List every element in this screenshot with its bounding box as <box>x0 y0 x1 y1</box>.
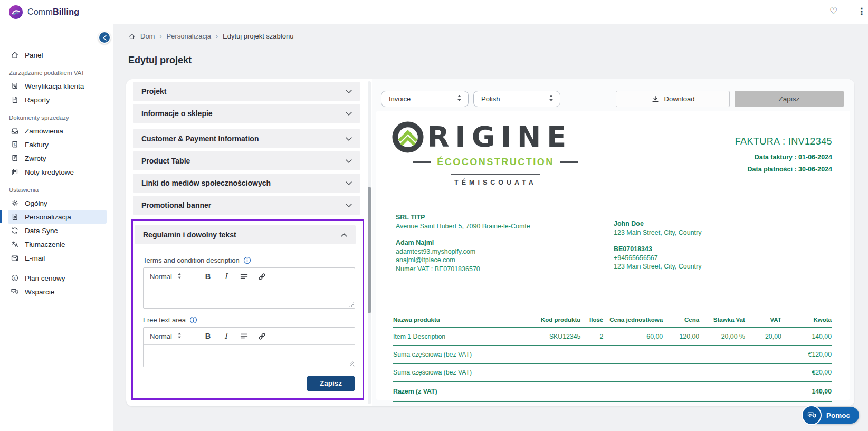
template-settings-accordion: Projekt Informacje o sklepie Customer & … <box>133 82 360 218</box>
sidebar-item-label: Raporty <box>25 96 50 104</box>
sidebar-item-label: E-mail <box>25 254 45 262</box>
logo-divider-rule <box>451 174 540 175</box>
sidebar-item-ogolny[interactable]: Ogólny <box>8 196 107 210</box>
app-logo[interactable]: CommBilling <box>8 5 79 20</box>
align-button[interactable] <box>237 270 250 283</box>
sidebar-item-plan-cenowy[interactable]: € Plan cenowy <box>8 271 107 285</box>
updown-arrows-icon <box>457 94 462 103</box>
sidebar-item-wsparcie[interactable]: Wsparcie <box>8 285 107 299</box>
sidebar-item-weryfikacja-klienta[interactable]: Weryfikacja klienta <box>8 79 107 93</box>
column-header: Stawka Vat <box>699 310 745 328</box>
sidebar-item-panel[interactable]: Panel <box>8 48 107 62</box>
help-button[interactable]: Pomoc <box>803 407 859 424</box>
cell-price: 120,00 <box>663 328 699 346</box>
accordion-section-promotional-banner[interactable]: Promotional banner <box>133 196 360 215</box>
paragraph-style-value: Normal <box>150 332 172 340</box>
preview-save-button[interactable]: Zapisz <box>735 91 844 107</box>
free-text-field-label: Free text area <box>143 316 356 324</box>
column-header: Nazwa produktu <box>393 310 530 328</box>
customer-address2: 123 Main Street, City, Country <box>614 262 702 271</box>
main-content: Dom › Personalizacja › Edytuj projekt sz… <box>113 24 868 431</box>
download-label: Download <box>664 95 695 103</box>
terms-textarea[interactable] <box>144 285 355 308</box>
sidebar-item-label: Data Sync <box>25 227 58 235</box>
breadcrumb-home[interactable]: Dom <box>140 32 155 40</box>
sidebar-item-email[interactable]: E-mail <box>8 251 107 265</box>
link-button[interactable] <box>255 270 268 283</box>
terms-field-label-text: Terms and condition description <box>143 256 240 264</box>
accordion-title: Projekt <box>141 87 166 95</box>
sidebar-item-tlumaczenie[interactable]: Tłumaczenie <box>8 237 107 251</box>
origine-logo: RIGINE ÉCOCONSTRUCTION TÉMISCOUATA <box>392 121 599 186</box>
terms-rich-text-editor: Normal B I <box>143 267 355 309</box>
accordion-section-customer-payment-information[interactable]: Customer & Payment Information <box>133 129 360 148</box>
bold-button[interactable]: B <box>202 330 214 342</box>
total-label: Razem (z VAT) <box>393 381 745 401</box>
sidebar-item-label: Plan cenowy <box>25 274 65 282</box>
gear-icon <box>11 199 19 207</box>
terms-field-label: Terms and condition description <box>143 256 356 264</box>
breadcrumb-personalizacja[interactable]: Personalizacja <box>166 32 211 40</box>
accordion-section-projekt[interactable]: Projekt <box>133 82 360 101</box>
bold-button[interactable]: B <box>202 270 214 283</box>
paragraph-style-value: Normal <box>150 273 172 281</box>
breadcrumb-home-icon <box>128 33 136 40</box>
sidebar-item-noty-kredytowe[interactable]: Noty kredytowe <box>8 165 107 179</box>
accordion-section-informacje-o-sklepie[interactable]: Informacje o sklepie <box>133 104 360 123</box>
origine-wordmark: RIGINE <box>427 121 572 153</box>
cell-vat: 20,00 <box>745 328 781 346</box>
sidebar-item-label: Personalizacja <box>25 213 71 221</box>
seller-vat: Numer VAT : BE0701836570 <box>396 265 530 274</box>
accordion-section-linki-do-mediow-spolecznosciowych[interactable]: Linki do mediów społecznościowych <box>133 174 360 193</box>
language-select[interactable]: Polish <box>473 91 560 107</box>
sidebar-item-data-sync[interactable]: Data Sync <box>8 224 107 237</box>
info-icon[interactable] <box>189 316 197 324</box>
brand-prefix: Comm <box>27 7 53 16</box>
paragraph-style-select[interactable]: Normal <box>150 273 196 281</box>
save-button[interactable]: Zapisz <box>307 376 355 391</box>
italic-button[interactable]: I <box>220 330 232 342</box>
sidebar-item-personalizacja[interactable]: Personalizacja <box>8 210 107 224</box>
accordion-title: Informacje o sklepie <box>141 109 213 118</box>
favorite-icon[interactable]: ♡ <box>829 6 837 17</box>
sidebar-item-zwroty[interactable]: Zwroty <box>8 151 107 165</box>
scrollbar-thumb[interactable] <box>368 187 371 313</box>
editor-toolbar: Normal B I <box>144 268 355 285</box>
sidebar-collapse-button[interactable] <box>98 31 111 44</box>
free-text-textarea[interactable] <box>144 345 355 367</box>
more-menu-icon[interactable]: ⋮ <box>857 6 866 17</box>
vertical-scrollbar[interactable] <box>368 81 371 404</box>
cell-product-name: Item 1 Description <box>393 328 530 346</box>
seller-company: SRL TITP <box>396 213 530 222</box>
italic-button[interactable]: I <box>220 270 232 283</box>
chevron-down-icon <box>346 112 352 116</box>
align-button[interactable] <box>237 330 250 342</box>
chevron-down-icon <box>346 159 352 163</box>
accordion-title: Promotional banner <box>141 201 211 209</box>
brand-suffix: Billing <box>53 7 79 16</box>
terms-textarea-wrap <box>144 285 355 308</box>
receipt-percent-icon <box>11 82 19 90</box>
customer-block: John Doe 123 Main Street, City, Country … <box>614 219 702 271</box>
svg-text:€: € <box>14 276 16 281</box>
sidebar-item-raporty[interactable]: Raporty <box>8 93 107 107</box>
total-value: 140,00 <box>781 381 832 401</box>
sidebar-item-zamowienia[interactable]: Zamówienia <box>8 124 107 138</box>
sidebar-item-label: Weryfikacja klienta <box>25 82 84 90</box>
table-header-row: Nazwa produktu Kod produktu Ilość Cena j… <box>393 310 832 328</box>
sidebar-item-faktury[interactable]: € Faktury <box>8 138 107 151</box>
euro-circle-icon: € <box>11 274 19 282</box>
cell-product-code: SKU12345 <box>530 328 580 346</box>
updown-arrows-icon <box>549 94 554 103</box>
accordion-section-product-table[interactable]: Product Table <box>133 151 360 170</box>
column-header: Ilość <box>580 310 603 328</box>
language-value: Polish <box>481 95 500 103</box>
link-button[interactable] <box>255 330 268 342</box>
seller-email: anajmi@itplace.com <box>396 256 530 265</box>
sidebar-item-label: Faktury <box>25 141 49 149</box>
document-type-select[interactable]: Invoice <box>381 91 469 107</box>
accordion-section-regulamin-i-dowolny-tekst[interactable]: Regulamin i dowolny tekst <box>135 225 356 244</box>
info-icon[interactable] <box>243 256 251 264</box>
paragraph-style-select[interactable]: Normal <box>150 332 196 340</box>
download-button[interactable]: Download <box>616 91 730 107</box>
